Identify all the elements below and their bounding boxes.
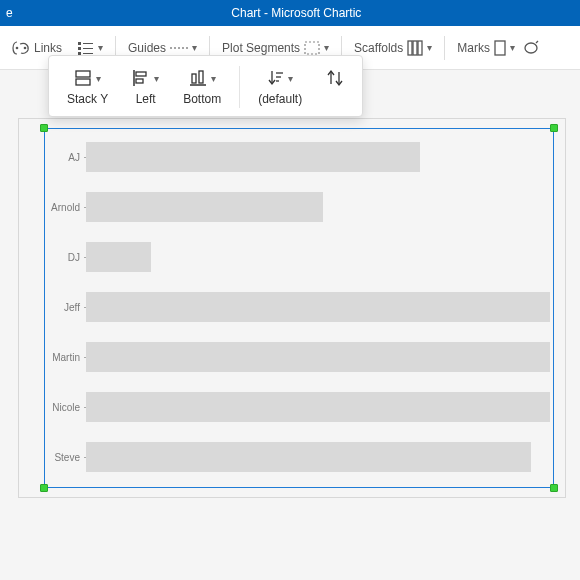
bar-track xyxy=(86,282,550,332)
plot-segments-label: Plot Segments xyxy=(222,41,300,55)
swap-icon xyxy=(326,69,344,87)
chevron-down-icon: ▾ xyxy=(510,42,515,53)
sublayout-popup: ▾ Stack Y ▾ Left ▾ Bottom ▾ (default) xyxy=(48,55,363,117)
align-bottom-label: Bottom xyxy=(183,92,221,106)
svg-rect-9 xyxy=(305,42,319,54)
svg-rect-16 xyxy=(76,71,90,77)
chart-row: Arnold xyxy=(48,182,550,232)
bar-track xyxy=(86,182,550,232)
svg-rect-7 xyxy=(83,53,93,54)
category-label: Arnold xyxy=(48,202,86,213)
toolbar-separator xyxy=(444,36,445,60)
bar-track xyxy=(86,432,550,482)
bar-mark[interactable] xyxy=(86,342,550,372)
swap-axes-button[interactable] xyxy=(320,66,350,108)
svg-rect-2 xyxy=(78,42,81,45)
links-label: Links xyxy=(34,41,62,55)
chart-row: Martin xyxy=(48,332,550,382)
chevron-down-icon: ▾ xyxy=(288,73,293,84)
align-bottom-icon xyxy=(189,69,207,87)
chevron-down-icon: ▾ xyxy=(192,42,197,53)
marks-button[interactable]: Marks ▾ xyxy=(451,36,545,60)
category-label: Martin xyxy=(48,352,86,363)
stack-y-button[interactable]: ▾ Stack Y xyxy=(61,66,114,108)
popup-separator xyxy=(239,66,240,108)
svg-point-1 xyxy=(24,46,27,49)
category-label: Steve xyxy=(48,452,86,463)
bar-mark[interactable] xyxy=(86,292,550,322)
svg-rect-17 xyxy=(76,79,90,85)
guide-line-icon xyxy=(170,43,188,53)
chart-row: DJ xyxy=(48,232,550,282)
svg-point-0 xyxy=(16,46,19,49)
chart-plot-area: AJArnoldDJJeffMartinNicoleSteve xyxy=(48,132,550,484)
chart-row: Steve xyxy=(48,432,550,482)
svg-rect-12 xyxy=(418,41,422,55)
bar-track xyxy=(86,232,550,282)
guides-label: Guides xyxy=(128,41,166,55)
bar-mark[interactable] xyxy=(86,392,550,422)
scaffold-icon xyxy=(407,40,423,56)
bar-mark[interactable] xyxy=(86,192,323,222)
resize-handle-nw[interactable] xyxy=(40,124,48,132)
resize-handle-se[interactable] xyxy=(550,484,558,492)
bar-mark[interactable] xyxy=(86,242,151,272)
svg-rect-22 xyxy=(192,74,196,83)
sort-default-button[interactable]: ▾ (default) xyxy=(252,66,308,108)
category-label: Jeff xyxy=(48,302,86,313)
svg-rect-19 xyxy=(136,72,146,76)
rect-dashed-icon xyxy=(304,41,320,55)
sort-default-label: (default) xyxy=(258,92,302,106)
category-label: AJ xyxy=(48,152,86,163)
align-left-label: Left xyxy=(136,92,156,106)
bar-track xyxy=(86,332,550,382)
bar-track xyxy=(86,382,550,432)
chevron-down-icon: ▾ xyxy=(324,42,329,53)
svg-point-14 xyxy=(525,43,537,53)
bar-mark[interactable] xyxy=(86,442,531,472)
ellipse-mark-icon xyxy=(523,40,539,56)
resize-handle-sw[interactable] xyxy=(40,484,48,492)
svg-rect-10 xyxy=(408,41,412,55)
svg-rect-23 xyxy=(199,71,203,83)
chevron-down-icon: ▾ xyxy=(96,73,101,84)
stack-y-icon xyxy=(74,69,92,87)
svg-rect-5 xyxy=(83,48,93,49)
titlebar-left-fragment: e xyxy=(0,6,13,20)
svg-line-15 xyxy=(536,41,538,43)
svg-rect-4 xyxy=(78,47,81,50)
stack-y-label: Stack Y xyxy=(67,92,108,106)
bar-mark[interactable] xyxy=(86,142,420,172)
category-label: Nicole xyxy=(48,402,86,413)
svg-rect-3 xyxy=(83,43,93,44)
sort-icon xyxy=(268,69,284,87)
resize-handle-ne[interactable] xyxy=(550,124,558,132)
chevron-down-icon: ▾ xyxy=(154,73,159,84)
svg-rect-11 xyxy=(413,41,417,55)
window-title: Chart - Microsoft Chartic xyxy=(13,6,580,20)
window-titlebar: e Chart - Microsoft Chartic xyxy=(0,0,580,26)
links-icon xyxy=(12,41,30,55)
chart-row: AJ xyxy=(48,132,550,182)
legend-icon xyxy=(78,41,94,55)
chart-row: Jeff xyxy=(48,282,550,332)
chevron-down-icon: ▾ xyxy=(98,42,103,53)
marks-label: Marks xyxy=(457,41,490,55)
svg-rect-20 xyxy=(136,79,143,83)
category-label: DJ xyxy=(48,252,86,263)
chevron-down-icon: ▾ xyxy=(211,73,216,84)
chart-row: Nicole xyxy=(48,382,550,432)
align-bottom-button[interactable]: ▾ Bottom xyxy=(177,66,227,108)
scaffolds-label: Scaffolds xyxy=(354,41,403,55)
svg-rect-13 xyxy=(495,41,505,55)
chevron-down-icon: ▾ xyxy=(427,42,432,53)
align-left-icon xyxy=(132,69,150,87)
align-left-button[interactable]: ▾ Left xyxy=(126,66,165,108)
rectangle-mark-icon xyxy=(494,40,506,56)
bar-track xyxy=(86,132,550,182)
